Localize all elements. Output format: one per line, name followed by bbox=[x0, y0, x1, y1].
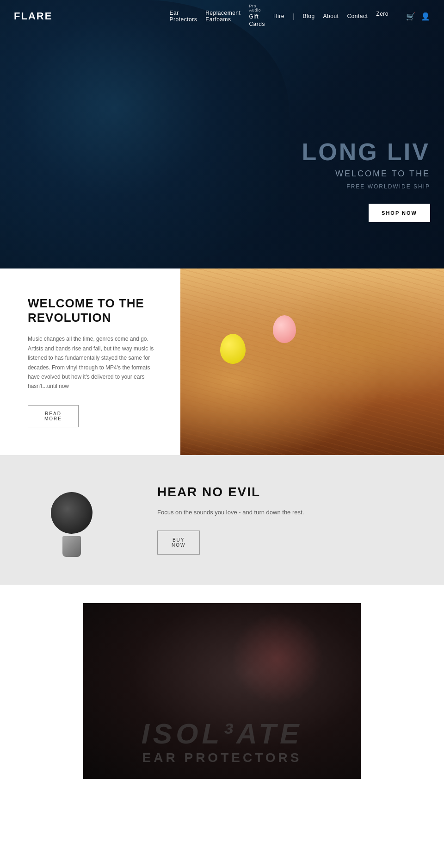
welcome-text-panel: WELCOME TO THEREVOLUTION Music changes a… bbox=[0, 269, 180, 455]
isolate-subtitle: EAR PROTECTORS bbox=[83, 750, 361, 765]
isolate-ear-silhouette bbox=[231, 612, 324, 705]
main-nav: EarProtectors ReplacementEarfoams ProAud… bbox=[169, 4, 397, 28]
nav-contact[interactable]: Contact bbox=[347, 7, 368, 25]
account-icon[interactable]: 👤 bbox=[421, 12, 430, 21]
read-more-button[interactable]: READMORE bbox=[28, 405, 79, 427]
welcome-title: WELCOME TO THEREVOLUTION bbox=[28, 296, 157, 325]
isolate-title: ISOL³ATE bbox=[83, 719, 361, 748]
shop-now-button[interactable]: SHOP NOW bbox=[369, 204, 430, 222]
nav-ear-protectors[interactable]: EarProtectors bbox=[169, 7, 197, 25]
buy-now-button[interactable]: BUYNOW bbox=[157, 531, 200, 555]
brand-logo[interactable]: FLARE bbox=[14, 10, 52, 22]
hero-content: LONG LIV WELCOME TO THE FREE WORLDWIDE S… bbox=[302, 139, 430, 222]
earplug-foam bbox=[51, 492, 92, 534]
nav-pro-audio-label: ProAudio bbox=[249, 4, 261, 12]
cart-icon[interactable]: 🛒 bbox=[406, 12, 415, 21]
hear-title: HEAR NO EVIL bbox=[157, 485, 407, 500]
hero-subtitle: WELCOME TO THE bbox=[302, 169, 430, 179]
balloon-pink bbox=[273, 315, 296, 343]
earplug-metal bbox=[62, 536, 81, 557]
earplug-product-image bbox=[37, 483, 130, 557]
nav-divider-1: | bbox=[293, 12, 295, 20]
welcome-section: WELCOME TO THEREVOLUTION Music changes a… bbox=[0, 269, 444, 455]
nav-about[interactable]: About bbox=[323, 7, 339, 25]
isolate-section: ISOL³ATE EAR PROTECTORS bbox=[0, 585, 444, 798]
hero-overlay bbox=[0, 0, 444, 269]
hero-title: LONG LIV bbox=[302, 139, 430, 165]
nav-hire[interactable]: Hire bbox=[273, 7, 284, 25]
nav-zero[interactable]: Zero bbox=[376, 11, 388, 18]
site-header: FLARE EarProtectors ReplacementEarfoams … bbox=[0, 0, 444, 32]
hero-section: LONG LIV WELCOME TO THE FREE WORLDWIDE S… bbox=[0, 0, 444, 269]
hear-body: Focus on the sounds you love - and turn … bbox=[157, 508, 407, 518]
crowd-image-panel bbox=[180, 269, 444, 455]
hear-section: HEAR NO EVIL Focus on the sounds you lov… bbox=[0, 455, 444, 585]
nav-replacement-earfoams[interactable]: ReplacementEarfoams bbox=[205, 7, 240, 25]
nav-blog[interactable]: Blog bbox=[303, 7, 315, 25]
nav-gift-cards[interactable]: GiftCards bbox=[249, 13, 265, 28]
crowd-arms-overlay bbox=[180, 269, 444, 455]
isolate-text-overlay: ISOL³ATE EAR PROTECTORS bbox=[83, 719, 361, 765]
hero-shipping: FREE WORLDWIDE SHIP bbox=[302, 183, 430, 190]
welcome-body: Music changes all the time, genres come … bbox=[28, 334, 157, 391]
balloon-yellow bbox=[220, 334, 246, 364]
hero-cta: SHOP NOW bbox=[302, 204, 430, 222]
hear-text-panel: HEAR NO EVIL Focus on the sounds you lov… bbox=[157, 485, 407, 555]
isolate-card: ISOL³ATE EAR PROTECTORS bbox=[83, 603, 361, 779]
nav-utilities: 🛒 👤 bbox=[406, 12, 430, 21]
